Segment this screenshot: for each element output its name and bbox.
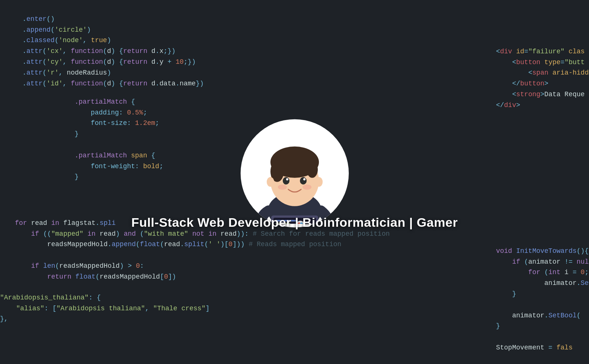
code-block-bottom-json: "Arabidopsis_thaliana": { "alias": ["Ara… <box>0 282 210 335</box>
avatar-illustration <box>244 123 345 224</box>
code-block-top-left: .enter() .append('circle') .classed('nod… <box>22 3 204 100</box>
svg-point-9 <box>300 177 307 185</box>
svg-point-12 <box>278 185 287 190</box>
code-block-middle-left: .partialMatch { padding: 0.5%; font-size… <box>75 86 163 193</box>
svg-point-6 <box>267 177 274 187</box>
svg-point-11 <box>303 178 306 181</box>
svg-point-8 <box>283 177 289 185</box>
tagline-text: Full-Stack Web Developer | Bioinformatic… <box>131 215 458 229</box>
svg-point-5 <box>307 161 318 178</box>
code-block-top-right: <div id="failure" clas <button type="but… <box>496 35 589 121</box>
svg-point-10 <box>286 178 288 181</box>
tagline: Full-Stack Web Developer | Bioinformatic… <box>0 215 589 230</box>
svg-point-7 <box>315 177 323 187</box>
code-block-bottom-right: void InitMoveTowards(){ if (animator != … <box>496 235 589 364</box>
avatar <box>241 119 349 228</box>
svg-point-13 <box>303 185 311 190</box>
